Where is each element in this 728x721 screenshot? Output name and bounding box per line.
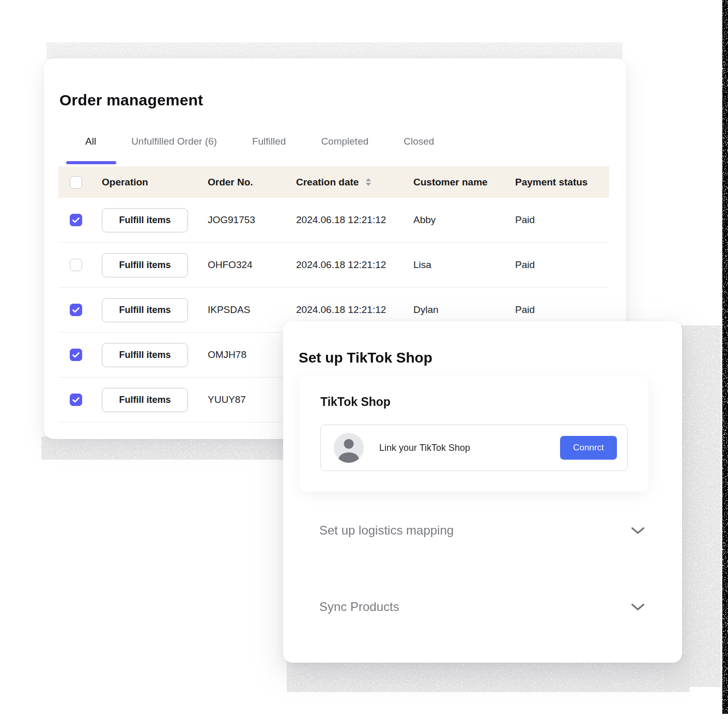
fulfill-items-button[interactable]: Fulfill items (102, 298, 188, 322)
tab-label: Unfulfilled Order (6) (131, 136, 217, 147)
tab-closed[interactable]: Closed (404, 136, 434, 147)
order-no-cell: OMJH78 (199, 349, 288, 360)
table-row: Fulfill items OHFO324 2024.06.18 12:21:1… (58, 243, 609, 288)
tiktok-link-text: Link your TikTok Shop (379, 443, 470, 453)
row-checkbox[interactable] (70, 304, 82, 316)
select-all-checkbox[interactable] (70, 176, 82, 189)
section-label: Set up logistics mapping (319, 523, 454, 538)
tab-label: All (85, 136, 96, 147)
checkmark-icon (72, 307, 80, 313)
column-header-customer-name: Customer name (405, 177, 507, 188)
sort-arrows-icon[interactable] (366, 178, 371, 186)
tiktok-link-box: Link your TikTok Shop Connrct (320, 425, 628, 471)
order-no-cell: JOG91753 (199, 214, 288, 226)
chevron-down-icon[interactable] (631, 603, 645, 611)
row-checkbox[interactable] (70, 394, 82, 406)
customer-name-cell: Abby (405, 214, 507, 226)
customer-name-cell: Lisa (405, 259, 507, 271)
column-header-order-no: Order No. (199, 177, 288, 188)
checkmark-icon (72, 397, 80, 403)
tab-fulfilled[interactable]: Fulfilled (252, 136, 286, 147)
fulfill-items-button[interactable]: Fulfill items (102, 388, 188, 412)
order-no-cell: YUUY87 (199, 394, 288, 405)
user-avatar-icon (334, 433, 364, 463)
creation-date-cell: 2024.06.18 12:21:12 (288, 304, 405, 316)
connect-button[interactable]: Connrct (560, 436, 617, 460)
tab-unfulfilled-order-6[interactable]: Unfulfilled Order (6) (131, 136, 217, 147)
row-checkbox[interactable] (70, 214, 82, 226)
payment-status-cell: Paid (507, 214, 609, 226)
fulfill-items-button[interactable]: Fulfill items (102, 343, 188, 367)
row-checkbox[interactable] (70, 259, 82, 271)
tiktok-setup-card: Set up TikTok Shop TikTok Shop Link your… (283, 321, 682, 663)
chevron-down-icon[interactable] (631, 527, 645, 535)
tiktok-shop-heading: TikTok Shop (320, 395, 628, 409)
column-header-creation-date: Creation date (288, 177, 405, 188)
fulfill-items-button[interactable]: Fulfill items (102, 208, 188, 232)
order-no-cell: OHFO324 (199, 259, 288, 271)
order-no-cell: IKPSDAS (199, 304, 288, 316)
page-title: Order management (59, 91, 203, 109)
fulfill-items-button[interactable]: Fulfill items (102, 253, 188, 277)
payment-status-cell: Paid (507, 259, 609, 271)
creation-date-cell: 2024.06.18 12:21:12 (288, 214, 405, 226)
tab-label: Fulfilled (252, 136, 286, 147)
tiktok-setup-title: Set up TikTok Shop (299, 350, 432, 366)
order-status-tabs: AllUnfulfilled Order (6)FulfilledComplet… (59, 136, 611, 147)
customer-name-cell: Dylan (405, 304, 507, 316)
tab-label: Closed (404, 136, 434, 147)
table-row: Fulfill items JOG91753 2024.06.18 12:21:… (58, 198, 609, 243)
tab-completed[interactable]: Completed (321, 136, 368, 147)
section-sync-products[interactable]: Sync Products (319, 597, 645, 617)
tab-all[interactable]: All (85, 136, 96, 147)
section-label: Sync Products (319, 600, 399, 614)
tiktok-setup-sections: Set up logistics mapping Sync Products (319, 520, 645, 617)
column-header-operation: Operation (94, 177, 199, 188)
active-tab-indicator (66, 161, 116, 164)
column-header-payment-status: Payment status (507, 177, 609, 188)
checkmark-icon (72, 352, 80, 358)
payment-status-cell: Paid (507, 304, 609, 316)
orders-table-header: Operation Order No. Creation date Custom… (58, 166, 609, 198)
creation-date-cell: 2024.06.18 12:21:12 (288, 259, 405, 271)
row-checkbox[interactable] (70, 349, 82, 361)
tiktok-shop-panel: TikTok Shop Link your TikTok Shop Connrc… (300, 375, 648, 492)
section-set-up-logistics-mapping[interactable]: Set up logistics mapping (319, 520, 645, 541)
tab-label: Completed (321, 136, 368, 147)
checkmark-icon (72, 217, 80, 223)
